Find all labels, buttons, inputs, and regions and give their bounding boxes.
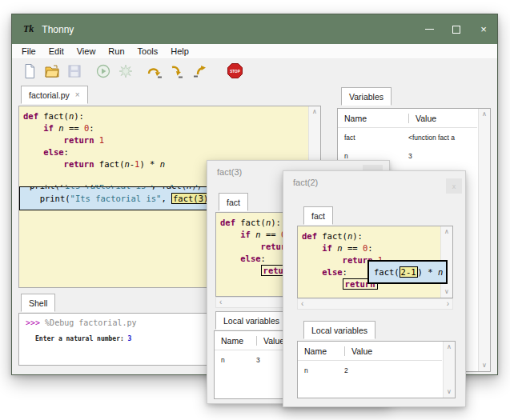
stop-label: STOP	[230, 70, 239, 74]
column-value: Value	[408, 114, 436, 123]
screen: Tk Thonny × File Edit View Run Tools Hel…	[0, 0, 510, 420]
var-name: n	[304, 366, 344, 374]
var-value: 3	[408, 152, 474, 160]
variables-tab-label: Variables	[349, 92, 384, 102]
locals-table: Name Value n2 ∧ ∨	[297, 341, 456, 398]
var-name: n	[221, 356, 256, 364]
window-title: Thonny	[42, 24, 74, 35]
stop-icon: STOP	[227, 62, 243, 79]
maximize-icon	[452, 26, 460, 34]
step-out-button[interactable]	[190, 62, 209, 81]
frame-horizontal-scrollbar[interactable]: ‹ ›	[297, 298, 453, 310]
menubar: File Edit View Run Tools Help	[12, 44, 497, 59]
scroll-right-icon[interactable]: ›	[447, 300, 449, 308]
frame-tab-label: fact	[311, 211, 325, 221]
debug-frame-fact2[interactable]: fact(2) x fact def fact(n): if n == 0: r…	[283, 170, 466, 407]
new-file-button[interactable]	[20, 62, 39, 81]
column-value: Value	[344, 346, 372, 356]
step-out-icon	[191, 63, 208, 79]
step-into-icon	[168, 63, 186, 79]
save-file-button	[65, 62, 84, 81]
table-row[interactable]: fact<function fact a	[338, 128, 490, 146]
tab-close-icon[interactable]: ×	[75, 91, 80, 99]
debug-icon	[118, 63, 134, 79]
locals-rows: n2	[298, 361, 455, 379]
var-name: n	[344, 152, 408, 160]
variables-vertical-scrollbar[interactable]: ∧ ∨	[478, 109, 490, 371]
minimize-button[interactable]	[416, 14, 443, 44]
thonny-app-icon: Tk	[23, 23, 34, 35]
open-folder-icon	[44, 63, 60, 79]
user-input-echo: 3	[128, 335, 132, 342]
scroll-up-icon[interactable]: ∧	[447, 344, 452, 350]
maximize-button[interactable]	[443, 14, 470, 44]
column-name: Name	[344, 114, 408, 123]
locals-tab-label: Local variables	[311, 326, 367, 335]
window-controls: ×	[416, 14, 497, 44]
save-icon	[66, 63, 82, 79]
toolbar: STOP	[12, 59, 497, 82]
menu-tools[interactable]: Tools	[131, 45, 165, 58]
locals-vertical-scrollbar[interactable]: ∧ ∨	[443, 342, 455, 398]
scroll-down-icon[interactable]: ∨	[444, 289, 449, 295]
variables-header: Name Value	[338, 109, 477, 128]
program-output: Enter a natural number:	[35, 335, 128, 342]
run-icon	[95, 63, 111, 79]
scroll-up-icon[interactable]: ∧	[444, 229, 449, 235]
shell-command: %Debug factorial.py	[45, 318, 136, 327]
locals-header: Name Value	[298, 342, 442, 361]
scroll-up-icon[interactable]: ∧	[482, 111, 487, 118]
menu-file[interactable]: File	[15, 45, 42, 58]
frame-title: fact(2)	[293, 178, 318, 187]
menu-run[interactable]: Run	[102, 45, 131, 58]
tab-variables[interactable]: Variables	[341, 87, 392, 106]
shell-prompt: >>>	[26, 318, 45, 327]
scroll-down-icon[interactable]: ∨	[447, 389, 452, 395]
titlebar[interactable]: Tk Thonny ×	[12, 14, 497, 44]
open-file-button[interactable]	[42, 62, 62, 81]
column-value: Value	[256, 336, 284, 346]
tab-fact[interactable]: fact	[303, 206, 333, 225]
tab-factorial-py[interactable]: factorial.py ×	[21, 86, 88, 104]
column-name: Name	[304, 346, 344, 356]
scroll-down-icon[interactable]: ∨	[482, 362, 487, 369]
table-row[interactable]: n2	[298, 361, 455, 379]
step-over-button[interactable]	[145, 62, 164, 81]
scroll-up-icon[interactable]: ∧	[312, 109, 317, 115]
frame-close-icon: x	[452, 182, 456, 190]
minimize-icon	[425, 29, 434, 30]
shell-tab-label: Shell	[29, 298, 47, 308]
stop-button[interactable]: STOP	[225, 62, 244, 81]
close-icon: ×	[480, 24, 487, 34]
expression-code: fact(2-1) * n	[374, 266, 443, 278]
evaluated-expression-box: fact(2-1) * n	[367, 260, 448, 284]
tab-local-variables[interactable]: Local variables	[215, 311, 287, 330]
tab-fact[interactable]: fact	[219, 193, 248, 211]
step-into-button[interactable]	[167, 62, 187, 81]
run-button	[94, 62, 113, 81]
debug-button	[116, 62, 135, 81]
var-value: 3	[256, 356, 260, 364]
var-name: fact	[344, 134, 408, 142]
var-value: 2	[344, 366, 348, 374]
var-value: <function fact a	[408, 134, 474, 142]
menu-edit[interactable]: Edit	[42, 45, 70, 58]
tab-shell[interactable]: Shell	[21, 294, 55, 312]
editor-tab-label: factorial.py	[29, 90, 70, 100]
menu-view[interactable]: View	[70, 45, 102, 58]
locals-tab-label: Local variables	[223, 316, 279, 326]
frame-close-button[interactable]: x	[446, 178, 462, 194]
scroll-left-icon[interactable]: ‹	[219, 298, 222, 306]
column-name: Name	[221, 336, 256, 346]
tab-local-variables[interactable]: Local variables	[303, 321, 375, 339]
frame-tab-label: fact	[227, 198, 240, 207]
menu-help[interactable]: Help	[164, 45, 195, 58]
step-over-icon	[146, 63, 163, 79]
frame-title: fact(3)	[217, 167, 242, 177]
scroll-left-icon[interactable]: ‹	[301, 300, 303, 308]
new-file-icon	[22, 63, 38, 79]
close-button[interactable]: ×	[470, 14, 497, 44]
